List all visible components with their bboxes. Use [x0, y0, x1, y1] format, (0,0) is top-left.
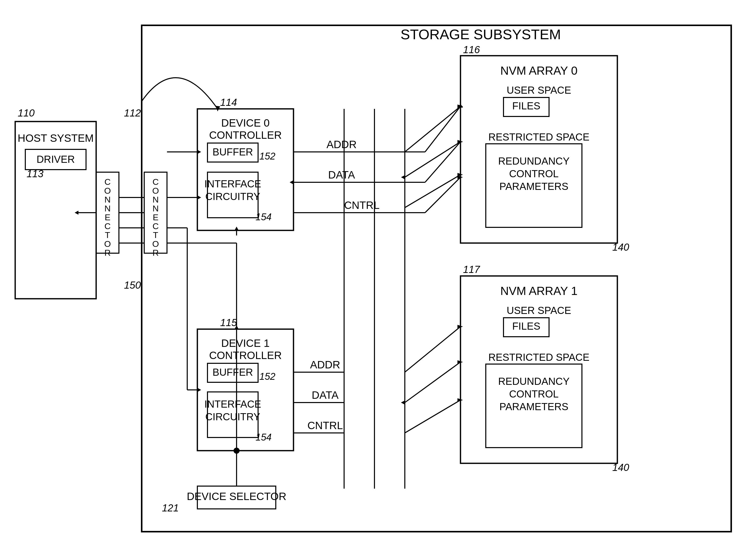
- connector-mid-label3: N: [153, 195, 159, 204]
- connector-left-label5: E: [105, 212, 111, 222]
- ref-115: 115: [220, 317, 237, 328]
- interface0-label: INTERFACE: [205, 178, 261, 189]
- ref-117: 117: [463, 264, 480, 275]
- ref-154-top: 154: [255, 212, 271, 222]
- buffer0-label: BUFFER: [213, 146, 253, 157]
- nvm0-label: NVM ARRAY 0: [500, 64, 577, 77]
- connector-mid-label9: R: [153, 248, 159, 257]
- restricted1-label: RESTRICTED SPACE: [488, 352, 589, 363]
- connector-left-label3: N: [105, 195, 111, 204]
- connector-left-label6: C: [105, 221, 111, 231]
- ref-112: 112: [124, 107, 141, 119]
- svg-rect-0: [0, 0, 756, 558]
- connector-mid-label8: O: [152, 239, 159, 249]
- connector-mid-label7: T: [153, 230, 158, 240]
- connector-left-label4: N: [105, 204, 111, 213]
- ref-110: 110: [18, 107, 35, 119]
- connector-mid-label2: O: [152, 186, 159, 196]
- storage-subsystem-label: STORAGE SUBSYSTEM: [401, 26, 561, 42]
- ref-150: 150: [124, 279, 141, 290]
- device0-controller-label: CONTROLLER: [209, 129, 281, 141]
- files0-label: FILES: [512, 100, 540, 111]
- connector-mid-label: C: [153, 177, 159, 186]
- user-space0-label: USER SPACE: [507, 84, 571, 96]
- ref-121: 121: [162, 502, 179, 513]
- addr0-label: ADDR: [326, 138, 356, 150]
- connector-left-label7: T: [105, 230, 110, 240]
- connector-left-label9: R: [105, 248, 111, 257]
- ref-154-bot: 154: [255, 432, 271, 442]
- diagram-container: STORAGE SUBSYSTEM HOST SYSTEM DRIVER 113…: [0, 0, 756, 558]
- redundancy1-label3: PARAMETERS: [500, 401, 568, 412]
- host-system-label: HOST SYSTEM: [18, 132, 93, 144]
- buffer1-label: BUFFER: [213, 366, 253, 378]
- connector-mid-label4: N: [153, 204, 159, 213]
- user-space1-label: USER SPACE: [507, 305, 571, 316]
- connector-left-label: C: [105, 177, 111, 186]
- nvm1-label: NVM ARRAY 1: [500, 284, 577, 298]
- device0-label: DEVICE 0: [221, 117, 269, 129]
- ref-152-bot: 152: [259, 371, 275, 382]
- driver-label: DRIVER: [36, 154, 75, 165]
- interface1-label2: CIRCUITRY: [205, 411, 260, 422]
- redundancy1-label: REDUNDANCY: [498, 376, 569, 387]
- files1-label: FILES: [512, 321, 540, 332]
- cntrl1-label: CNTRL: [307, 420, 343, 431]
- device1-controller-label: CONTROLLER: [209, 349, 281, 361]
- data0-label: DATA: [328, 169, 355, 181]
- redundancy0-label: REDUNDANCY: [498, 155, 569, 167]
- redundancy0-label3: PARAMETERS: [500, 181, 568, 192]
- interface0-label2: CIRCUITRY: [205, 191, 260, 202]
- addr1-label: ADDR: [310, 359, 340, 371]
- device-selector-label: DEVICE SELECTOR: [187, 490, 287, 502]
- connector-left-label8: O: [104, 239, 111, 249]
- ref-140-bot: 140: [612, 462, 629, 473]
- data1-label: DATA: [312, 389, 339, 401]
- ref-116: 116: [463, 44, 480, 55]
- connector-mid-label6: C: [153, 221, 159, 231]
- connector-left-label2: O: [104, 186, 111, 196]
- restricted0-label: RESTRICTED SPACE: [488, 131, 589, 143]
- redundancy0-label2: CONTROL: [509, 168, 559, 179]
- ref-114: 114: [220, 97, 237, 108]
- ref-113: 113: [27, 168, 44, 179]
- interface1-label: INTERFACE: [205, 399, 261, 410]
- ref-140-top: 140: [612, 242, 629, 253]
- redundancy1-label2: CONTROL: [509, 388, 559, 400]
- connector-mid-label5: E: [153, 212, 159, 222]
- device1-label: DEVICE 1: [221, 337, 269, 349]
- ref-152-top: 152: [259, 151, 275, 161]
